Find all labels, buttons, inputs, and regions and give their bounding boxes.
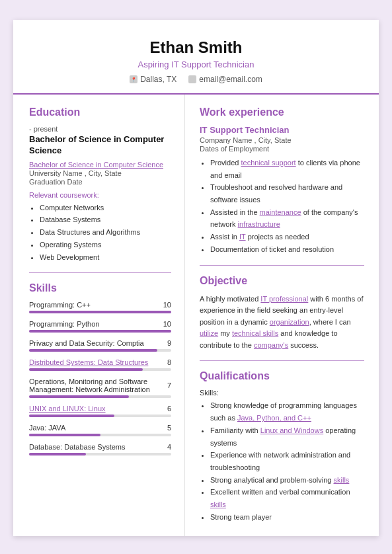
- course-item: Web Development: [40, 251, 171, 264]
- header-contact: 📍 Dallas, TX email@email.com: [33, 75, 359, 84]
- left-column: Education - present Bachelor of Science …: [13, 95, 185, 536]
- qual-item: Strong knowledge of programming language…: [210, 399, 364, 424]
- skill-name: Distributed Systems: Data Structures: [29, 358, 148, 366]
- work-experience-title: Work experience: [200, 106, 364, 118]
- skill-name: Java: JAVA: [29, 424, 65, 432]
- contact-email: email@email.com: [188, 75, 262, 84]
- edu-university: University Name , City, State: [29, 169, 171, 177]
- skill-score: 5: [167, 424, 171, 432]
- skill-header: Programming: C++ 10: [29, 301, 171, 309]
- edu-timeline: - present: [29, 125, 171, 133]
- skill-header: Programming: Python 10: [29, 320, 171, 328]
- skill-row: Operations, Monitoring and Software Mana…: [29, 377, 171, 398]
- location-icon: 📍: [130, 75, 137, 83]
- skill-row: Distributed Systems: Data Structures 8: [29, 358, 171, 371]
- course-item: Computer Networks: [40, 202, 171, 214]
- qual-item: Strong analytical and problem-solving sk…: [210, 474, 364, 487]
- skill-header: Privacy and Data Security: Comptia 9: [29, 339, 171, 347]
- skill-row: Database: Database Systems 4: [29, 443, 171, 455]
- skill-bar-fill: [29, 349, 157, 352]
- qual-list: Strong knowledge of programming language…: [200, 399, 364, 523]
- qual-item: Familiarity with Linux and Windows opera…: [210, 424, 364, 449]
- skills-title: Skills: [29, 282, 171, 294]
- skill-header: Operations, Monitoring and Software Mana…: [29, 377, 171, 393]
- skill-score: 4: [167, 443, 171, 451]
- skill-bar-bg: [29, 395, 171, 398]
- skill-header: Java: JAVA 5: [29, 424, 171, 432]
- job-company: Company Name , City, State: [200, 136, 364, 144]
- edu-coursework-list: Computer NetworksDatabase SystemsData St…: [29, 202, 171, 263]
- contact-location: 📍 Dallas, TX: [130, 75, 176, 84]
- skill-header: Distributed Systems: Data Structures 8: [29, 358, 171, 366]
- qual-skills-label: Skills:: [200, 389, 364, 397]
- svg-text:📍: 📍: [131, 77, 137, 83]
- job-bullet: Assist in IT projects as needed: [210, 231, 364, 243]
- skill-bar-bg: [29, 453, 171, 455]
- skill-row: UNIX and LINUX: Linux 6: [29, 405, 171, 417]
- skill-score: 8: [167, 358, 171, 366]
- objective-title: Objective: [200, 275, 364, 287]
- header-section: Ethan Smith Aspiring IT Support Technici…: [13, 20, 379, 95]
- skill-score: 10: [163, 301, 171, 309]
- skill-name: Database: Database Systems: [29, 443, 126, 451]
- skills-section: Skills Programming: C++ 10 Programming: …: [29, 282, 171, 455]
- right-column: Work experience IT Support Technician Co…: [185, 95, 379, 536]
- jobs-list: IT Support Technician Company Name , Cit…: [200, 125, 364, 256]
- email-icon: [188, 75, 196, 83]
- skill-bar-bg: [29, 311, 171, 313]
- skill-name: UNIX and LINUX: Linux: [29, 405, 106, 413]
- skill-score: 10: [163, 320, 171, 328]
- divider-edu-skills: [29, 272, 171, 273]
- edu-degree-link: Bachelor of Science in Computer Science: [29, 161, 171, 169]
- skill-bar-bg: [29, 434, 171, 436]
- skill-header: UNIX and LINUX: Linux 6: [29, 405, 171, 413]
- qualifications-title: Qualifications: [200, 370, 364, 382]
- skill-name: Privacy and Data Security: Comptia: [29, 339, 144, 347]
- skill-bar-fill: [29, 415, 114, 417]
- skill-score: 9: [167, 339, 171, 347]
- course-item: Operating Systems: [40, 239, 171, 251]
- course-item: Data Structures and Algorithms: [40, 226, 171, 239]
- skill-bar-fill: [29, 395, 129, 398]
- skill-bar-bg: [29, 368, 171, 371]
- qualifications-section: Qualifications Skills: Strong knowledge …: [200, 370, 364, 523]
- skill-bar-bg: [29, 349, 171, 352]
- education-title: Education: [29, 106, 171, 118]
- body-section: Education - present Bachelor of Science …: [13, 95, 379, 536]
- skill-bar-bg: [29, 330, 171, 333]
- skill-name: Programming: Python: [29, 320, 99, 328]
- job-bullet: Troubleshoot and resolved hardware and s…: [210, 181, 364, 206]
- qual-item: Excellent written and verbal communicati…: [210, 486, 364, 510]
- skill-score: 7: [167, 381, 171, 389]
- svg-rect-2: [188, 75, 196, 83]
- job-bullet: Documentation of ticket and resolution: [210, 243, 364, 256]
- job-bullets: Provided technical support to clients vi…: [200, 157, 364, 256]
- skill-name: Operations, Monitoring and Software Mana…: [29, 377, 167, 393]
- skill-row: Programming: Python 10: [29, 320, 171, 333]
- skill-bar-bg: [29, 415, 171, 417]
- header-name: Ethan Smith: [33, 38, 359, 57]
- job-bullet: Provided technical support to clients vi…: [210, 157, 364, 181]
- job-entry: IT Support Technician Company Name , Cit…: [200, 125, 364, 256]
- skill-score: 6: [167, 405, 171, 413]
- skill-name: Programming: C++: [29, 301, 91, 309]
- edu-grad-date: Graduation Date: [29, 178, 171, 186]
- skills-list: Programming: C++ 10 Programming: Python …: [29, 301, 171, 455]
- skill-bar-fill: [29, 368, 143, 371]
- skill-row: Programming: C++ 10: [29, 301, 171, 313]
- job-bullet: Assisted in the maintenance of the compa…: [210, 206, 364, 231]
- job-dates: Dates of Employment: [200, 145, 364, 153]
- education-section: Education - present Bachelor of Science …: [29, 106, 171, 263]
- divider-work-obj: [200, 265, 364, 266]
- skill-bar-fill: [29, 434, 100, 436]
- objective-section: Objective A highly motivated IT professi…: [200, 275, 364, 352]
- edu-degree: Bachelor of Science in Computer Science: [29, 134, 171, 157]
- work-experience-section: Work experience IT Support Technician Co…: [200, 106, 364, 256]
- skill-bar-fill: [29, 330, 171, 333]
- edu-coursework-label: Relevant coursework:: [29, 191, 171, 199]
- objective-text: A highly motivated IT professional with …: [200, 294, 364, 352]
- course-item: Database Systems: [40, 214, 171, 226]
- divider-obj-qual: [200, 360, 364, 361]
- skill-row: Java: JAVA 5: [29, 424, 171, 436]
- skill-bar-fill: [29, 311, 171, 313]
